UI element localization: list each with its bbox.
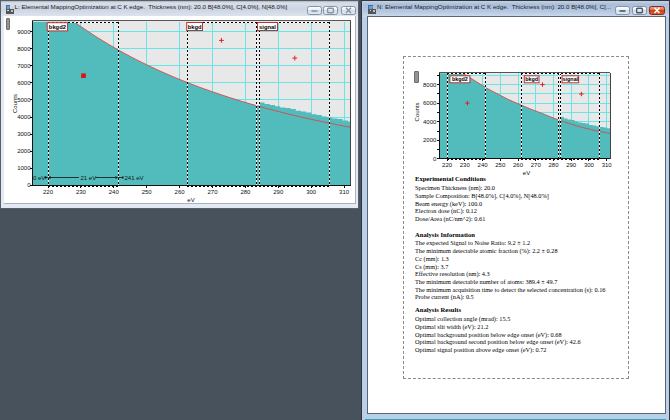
svg-text:bkgd2: bkgd2 [452, 76, 468, 82]
svg-text:290: 290 [566, 162, 577, 168]
svg-text:1000: 1000 [17, 165, 31, 171]
svg-text:bkgd: bkgd [525, 76, 538, 82]
svg-text:6000: 6000 [423, 100, 437, 106]
svg-text:270: 270 [207, 189, 218, 195]
svg-text:Counts: Counts [12, 94, 18, 113]
svg-text:6000: 6000 [17, 80, 31, 86]
svg-text:220: 220 [43, 189, 54, 195]
svg-text:240: 240 [478, 162, 489, 168]
svg-text:Counts: Counts [414, 102, 420, 121]
svg-text:signal: signal [259, 24, 276, 30]
svg-text:310: 310 [602, 162, 613, 168]
svg-text:3000: 3000 [17, 131, 31, 137]
svg-text:5000: 5000 [17, 97, 31, 103]
svg-text:260: 260 [175, 189, 186, 195]
svg-text:290: 290 [273, 189, 284, 195]
svg-text:310: 310 [339, 189, 350, 195]
svg-text:2000: 2000 [17, 148, 31, 154]
svg-text:bkgd2: bkgd2 [49, 24, 66, 30]
svg-text:2000: 2000 [423, 137, 437, 143]
svg-text:280: 280 [548, 162, 559, 168]
svg-text:300: 300 [584, 162, 595, 168]
svg-text:300: 300 [306, 189, 317, 195]
svg-text:250: 250 [142, 189, 153, 195]
svg-text:9000: 9000 [17, 29, 31, 35]
svg-text:4000: 4000 [423, 119, 437, 125]
svg-text:eV: eV [187, 197, 194, 203]
svg-text:0: 0 [433, 156, 437, 162]
svg-text:bkgd: bkgd [188, 24, 202, 30]
svg-text:270: 270 [531, 162, 542, 168]
svg-text:eV: eV [523, 170, 530, 176]
svg-text:230: 230 [460, 162, 471, 168]
svg-text:240: 240 [109, 189, 120, 195]
svg-text:8000: 8000 [423, 82, 437, 88]
svg-text:7000: 7000 [17, 63, 31, 69]
svg-text:4000: 4000 [17, 114, 31, 120]
svg-text:21 eV: 21 eV [81, 175, 97, 181]
svg-text:8000: 8000 [17, 46, 31, 52]
svg-text:signal: signal [563, 76, 579, 82]
svg-text:280: 280 [240, 189, 251, 195]
svg-text:260: 260 [513, 162, 524, 168]
svg-text:230: 230 [76, 189, 87, 195]
svg-text:220: 220 [442, 162, 453, 168]
svg-text:250: 250 [495, 162, 506, 168]
svg-text:241 eV: 241 eV [125, 175, 144, 181]
svg-text:0 eV: 0 eV [33, 175, 45, 181]
